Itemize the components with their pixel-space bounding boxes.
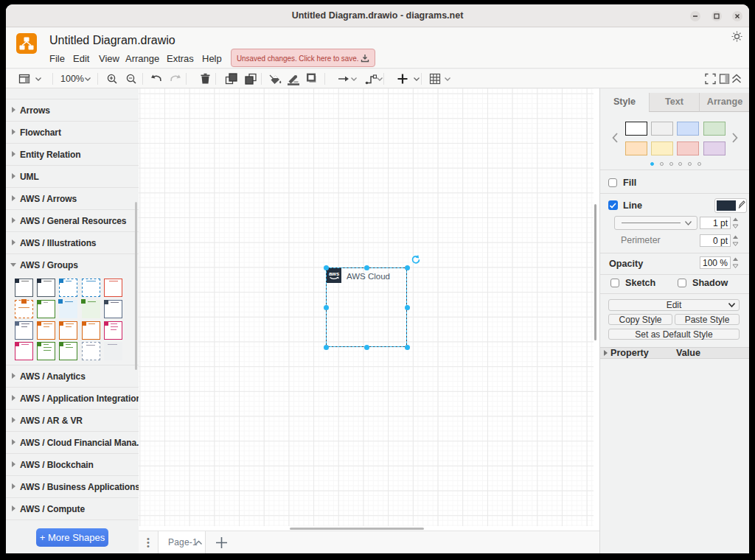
svg-text:aws: aws (329, 270, 339, 277)
